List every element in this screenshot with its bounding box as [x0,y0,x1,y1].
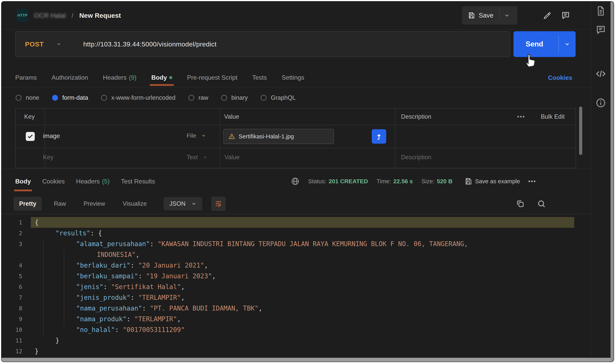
time-label: Time: [377,178,391,185]
code-line-content: "berlaku_sampai": "19 Januari 2023", [31,271,574,281]
column-header-key: Key [24,113,35,120]
warning-icon [228,133,235,140]
selected-file-chip[interactable]: Sertifikasi-Halal-1.jpg [223,129,334,144]
json-punct: : [127,315,134,323]
body-mode-binary[interactable]: binary [221,94,248,101]
code-line-content: "jenis": "Sertifikat Halal", [31,281,574,292]
comments-button[interactable] [559,9,572,22]
radio-icon [221,95,227,101]
json-punct: } [35,347,39,355]
view-tab-preview[interactable]: Preview [78,197,110,211]
value-type-select[interactable]: File [187,132,206,139]
format-select-label: JSON [170,200,186,207]
send-dropdown-caret[interactable] [559,41,576,47]
value-input-placeholder[interactable]: Value [224,154,240,161]
view-tab-pretty[interactable]: Pretty [14,197,42,211]
status-label: Status: [308,178,326,185]
globe-icon[interactable] [291,177,300,186]
url-bar: POST http://103.31.39.44:5000/visionmode… [15,31,510,57]
breadcrumb-collection[interactable]: OCR Halal [34,12,66,19]
description-input-placeholder[interactable]: Description [401,154,431,161]
response-tab-body[interactable]: Body [15,169,31,194]
json-string: "TERLAMPIR" [138,294,181,301]
placeholder-row: Key Text Value Description [16,148,576,168]
tab-params[interactable]: Params [15,68,37,87]
line-number: 5 [1,273,31,279]
tab-headers[interactable]: Headers(9) [103,68,136,87]
search-icon[interactable] [537,199,546,208]
tab-tests[interactable]: Tests [252,68,267,87]
indent-guide [64,250,64,326]
comments-sidebar-icon[interactable] [591,25,611,35]
screenshot-frame: HTTP OCR Halal / New Request Save [0,0,616,364]
response-tab-headers[interactable]: Headers(5) [76,169,110,194]
edit-pencil-button[interactable] [541,9,554,22]
body-mode-label: x-www-form-urlencoded [111,94,175,101]
code-line: 2"results": { [1,228,592,238]
table-more-button[interactable]: ••• [517,113,525,120]
key-cell[interactable]: image [43,132,60,140]
wrap-lines-button[interactable] [211,196,226,211]
method-select[interactable]: POST [16,40,44,48]
code-snippet-icon[interactable] [591,68,611,79]
json-punct: : [142,304,150,312]
code-line-content: } [31,335,574,346]
code-line-content: INDONESIA", [31,249,574,260]
format-select[interactable]: JSON [164,197,202,210]
save-dropdown-caret[interactable] [500,6,514,25]
value-type-select-placeholder[interactable]: Text [187,154,208,161]
body-mode-x-www-form-urlencoded[interactable]: x-www-form-urlencoded [101,94,175,101]
json-punct: : [150,240,158,248]
json-punct: } [55,337,59,344]
code-line-content: "no_halal": "00170053111209" [31,324,574,335]
code-line-content: } [31,346,574,357]
save-button[interactable]: Save [462,6,499,25]
response-tab-test-results[interactable]: Test Results [121,169,155,194]
response-view-bar: PrettyRawPreviewVisualize JSON [1,194,592,214]
tab-authorization[interactable]: Authorization [52,68,88,87]
json-key: "nama_produk" [76,315,127,323]
json-punct: , [136,251,140,259]
body-mode-graphql[interactable]: GraphQL [261,94,296,101]
documentation-icon[interactable] [591,6,611,16]
info-icon[interactable] [591,98,611,108]
json-string: "Sertifikat Halal" [111,283,181,291]
copy-icon[interactable] [516,199,525,208]
line-number: 4 [1,262,31,269]
tab-pre-request-script[interactable]: Pre-request Script [187,68,237,87]
body-mode-form-data[interactable]: form-data [52,94,88,101]
view-tab-raw[interactable]: Raw [48,197,71,211]
line-number: 12 [1,348,31,355]
window-vertical-scrollbar[interactable] [611,1,614,362]
save-as-example-label: Save as example [475,178,520,185]
bulk-edit-link[interactable]: Bulk Edit [541,113,565,120]
response-action-icons [516,194,546,214]
tab-label: Headers [76,178,100,185]
reupload-file-button[interactable] [372,129,386,144]
radio-icon [52,95,58,101]
response-tabs: BodyCookiesHeaders(5)Test Results [15,169,155,194]
response-more-button[interactable]: ••• [528,178,536,185]
json-punct: , [212,272,216,280]
json-punct: , [181,283,185,291]
cookies-link[interactable]: Cookies [548,68,572,87]
view-tab-visualize[interactable]: Visualize [117,197,152,211]
save-as-example-button[interactable]: Save as example [464,178,520,185]
url-input[interactable]: http://103.31.39.44:5000/visionmodel/pre… [83,40,217,48]
json-punct: : [103,283,111,291]
tab-label: Body [15,178,31,185]
file-name: Sertifikasi-Halal-1.jpg [239,133,294,140]
response-tab-cookies[interactable]: Cookies [42,169,65,194]
code-line-content: "berlaku_dari": "20 Januari 2021", [31,260,574,271]
window-horizontal-scrollbar[interactable] [1,358,611,362]
row-checkbox[interactable] [26,132,35,141]
body-mode-label: form-data [62,94,88,101]
key-input-placeholder[interactable]: Key [43,154,53,161]
send-button[interactable]: Send [513,40,558,48]
tab-settings[interactable]: Settings [282,68,304,87]
body-mode-none[interactable]: none [16,94,39,101]
body-mode-raw[interactable]: raw [188,94,208,101]
tab-body[interactable]: Body [151,68,172,87]
tab-count: (9) [129,74,136,81]
table-scrollbar-thumb[interactable] [579,106,582,155]
